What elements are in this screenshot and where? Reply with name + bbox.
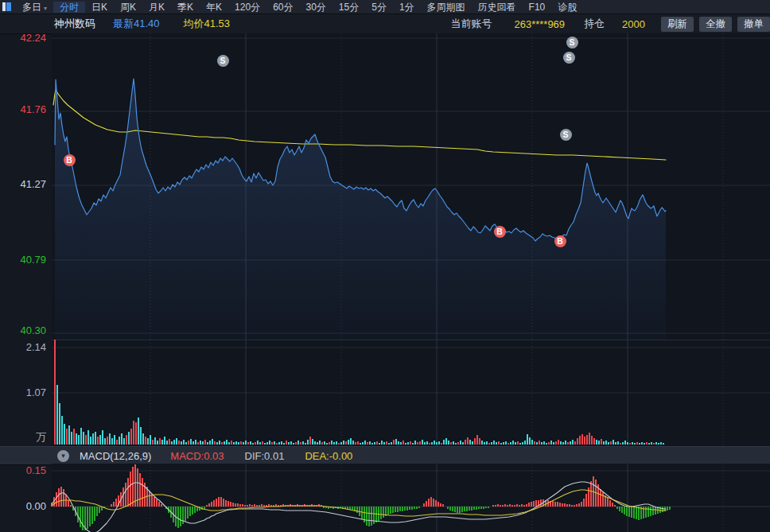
position-label: 持仓 <box>584 17 605 31</box>
price-chart[interactable] <box>0 33 770 340</box>
tab-120分[interactable]: 120分 <box>228 2 266 13</box>
refresh-button[interactable]: 刷新 <box>661 17 694 32</box>
info-bar: 神州数码 最新41.40 均价41.53 当前账号 263****969 持仓 … <box>0 14 770 34</box>
macd-value: MACD:0.03 <box>170 450 224 462</box>
tab-F10[interactable]: F10 <box>523 2 552 13</box>
tab-30分[interactable]: 30分 <box>299 2 332 13</box>
tab-周K[interactable]: 周K <box>114 2 142 13</box>
account-label: 当前账号 <box>450 17 492 31</box>
latest-price: 最新41.40 <box>113 17 160 31</box>
collapse-chevron-icon[interactable]: ▾ <box>57 450 69 462</box>
cancel-all-button[interactable]: 全撤 <box>699 17 732 32</box>
topbar: 多日▾分时日K周K月K季K年K120分60分30分15分5分1分多周期图历史回看… <box>0 0 770 14</box>
tab-年K[interactable]: 年K <box>200 2 228 13</box>
dif-value: DIF:0.01 <box>245 450 285 462</box>
period-menu: 多日▾分时日K周K月K季K年K120分60分30分15分5分1分多周期图历史回看… <box>16 0 583 15</box>
tab-60分[interactable]: 60分 <box>266 2 299 13</box>
window-layout-icon <box>2 2 11 12</box>
account-group: 当前账号 263****969 持仓 2000 刷新 全撤 撤单 <box>450 17 770 32</box>
macd-toolbar: ▾ MACD(12,26,9) MACD:0.03 DIF:0.01 DEA:-… <box>0 446 770 465</box>
tab-历史回看[interactable]: 历史回看 <box>472 2 523 13</box>
position-value: 2000 <box>622 18 645 30</box>
tab-诊股[interactable]: 诊股 <box>551 2 583 13</box>
tab-月K[interactable]: 月K <box>142 2 171 13</box>
tab-多日[interactable]: 多日▾ <box>16 2 53 13</box>
tab-15分[interactable]: 15分 <box>332 2 365 13</box>
app: 多日▾分时日K周K月K季K年K120分60分30分15分5分1分多周期图历史回看… <box>0 0 770 532</box>
tab-5分[interactable]: 5分 <box>365 2 393 13</box>
tab-分时[interactable]: 分时 <box>53 2 85 13</box>
cancel-order-button[interactable]: 撤单 <box>737 17 770 32</box>
indicator-name[interactable]: MACD(12,26,9) <box>80 450 151 462</box>
macd-chart[interactable] <box>0 464 770 532</box>
account-number: 263****969 <box>514 18 565 30</box>
stock-name: 神州数码 <box>54 17 95 31</box>
dropdown-arrow-icon: ▾ <box>44 5 47 12</box>
avg-price: 均价41.53 <box>184 17 231 31</box>
tab-日K[interactable]: 日K <box>85 2 114 13</box>
dea-value: DEA:-0.00 <box>305 450 352 462</box>
tab-季K[interactable]: 季K <box>171 2 200 13</box>
tab-多周期图[interactable]: 多周期图 <box>421 2 472 13</box>
volume-chart[interactable] <box>0 340 770 446</box>
tab-1分[interactable]: 1分 <box>393 2 421 13</box>
